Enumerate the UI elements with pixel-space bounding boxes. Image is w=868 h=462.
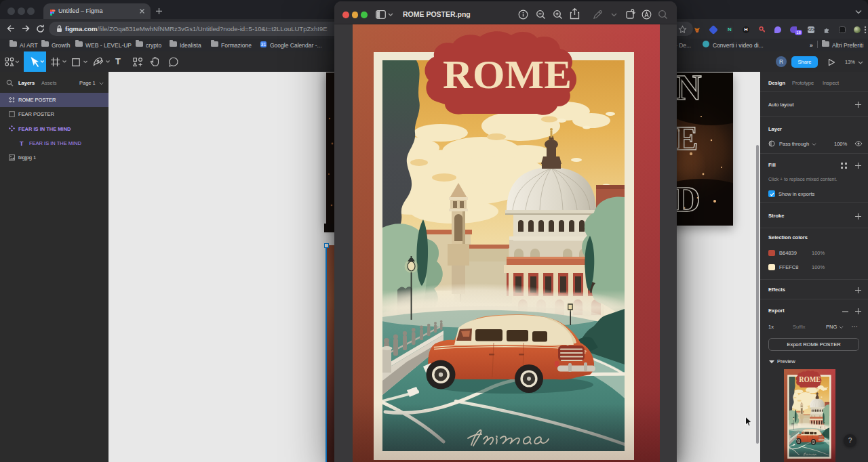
svg-text:E: E <box>675 119 698 157</box>
svg-text:N: N <box>676 72 702 107</box>
svg-text:D: D <box>675 180 701 219</box>
